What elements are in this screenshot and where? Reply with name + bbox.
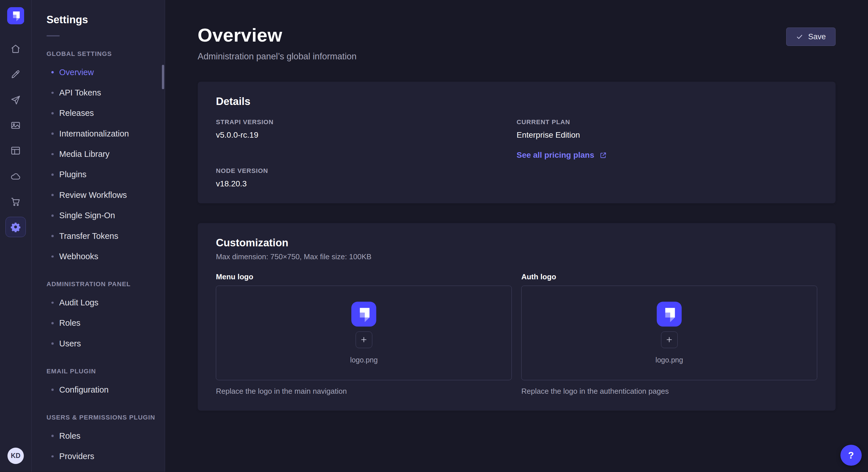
user-avatar[interactable]: KD: [7, 448, 24, 464]
pen-icon: [10, 69, 21, 80]
bullet-icon: [51, 194, 54, 196]
logo-grid: Menu logologo.pngReplace the logo in the…: [216, 272, 817, 396]
bullet-icon: [51, 214, 54, 217]
bullet-icon: [51, 112, 54, 114]
help-button[interactable]: ?: [840, 445, 861, 466]
logo-uploader-auth-logo: Auth logologo.pngReplace the logo in the…: [521, 272, 817, 396]
bullet-icon: [51, 92, 54, 94]
bullet-icon: [51, 435, 54, 437]
sidebar-item-label: Webhooks: [59, 252, 98, 261]
add-logo-button[interactable]: [355, 332, 372, 348]
sidebar-item-releases[interactable]: Releases: [32, 103, 165, 123]
rail-item-settings[interactable]: [5, 217, 26, 237]
save-button[interactable]: Save: [786, 28, 836, 46]
rail-item-home[interactable]: [5, 39, 26, 59]
rail-item-paper-plane[interactable]: [5, 90, 26, 110]
sidebar-item-internationalization[interactable]: Internationalization: [32, 124, 165, 144]
sidebar-section-list: OverviewAPI TokensReleasesInternationali…: [32, 62, 165, 267]
rail-item-pen[interactable]: [5, 64, 26, 85]
check-icon: [796, 33, 803, 40]
details-left-column: STRAPI VERSION v5.0.0-rc.19 NODE VERSION…: [216, 119, 516, 188]
sidebar-item-label: Users: [59, 339, 81, 348]
bullet-icon: [51, 456, 54, 458]
sidebar-item-roles[interactable]: Roles: [32, 426, 165, 446]
logo-filename: logo.png: [350, 356, 378, 364]
sidebar-item-webhooks[interactable]: Webhooks: [32, 246, 165, 267]
logo-filename: logo.png: [656, 356, 683, 364]
strapi-logo-icon: [351, 302, 376, 327]
field-value: Enterprise Edition: [517, 131, 817, 140]
bullet-icon: [51, 153, 54, 156]
sidebar-section-label: ADMINISTRATION PANEL: [32, 280, 165, 288]
sidebar-item-label: Media Library: [59, 149, 110, 159]
logo-hint: Replace the logo in the main navigation: [216, 387, 512, 396]
sidebar-item-label: Overview: [59, 68, 94, 77]
rail-item-cloud[interactable]: [5, 166, 26, 187]
page-header-text: Overview Administration panel’s global i…: [198, 24, 357, 62]
cart-icon: [10, 196, 21, 207]
rail-item-cart[interactable]: [5, 191, 26, 212]
sidebar-item-plugins[interactable]: Plugins: [32, 164, 165, 185]
customization-card-title: Customization: [216, 237, 817, 249]
sidebar-item-single-sign-on[interactable]: Single Sign-On: [32, 205, 165, 226]
sidebar-item-users[interactable]: Users: [32, 333, 165, 353]
details-grid: STRAPI VERSION v5.0.0-rc.19 NODE VERSION…: [216, 119, 817, 188]
save-button-label: Save: [808, 32, 826, 41]
sidebar-item-configuration[interactable]: Configuration: [32, 379, 165, 400]
node-version-field: NODE VERSION v18.20.3: [216, 167, 516, 188]
home-icon: [10, 43, 21, 55]
sidebar-item-label: Audit Logs: [59, 298, 98, 307]
logo-dropzone[interactable]: logo.png: [216, 285, 512, 380]
strapi-logo-icon: [7, 7, 24, 24]
sidebar-item-media-library[interactable]: Media Library: [32, 144, 165, 164]
sidebar-item-label: Single Sign-On: [59, 211, 115, 220]
sidebar-section-label: EMAIL PLUGIN: [32, 368, 165, 375]
sidebar-sections: GLOBAL SETTINGSOverviewAPI TokensRelease…: [32, 50, 165, 467]
add-logo-button[interactable]: [661, 332, 678, 348]
bullet-icon: [51, 322, 54, 324]
sidebar-item-transfer-tokens[interactable]: Transfer Tokens: [32, 226, 165, 246]
bullet-icon: [51, 173, 54, 176]
sidebar-item-review-workflows[interactable]: Review Workflows: [32, 185, 165, 205]
sidebar-item-providers[interactable]: Providers: [32, 446, 165, 467]
sidebar-item-label: Transfer Tokens: [59, 231, 118, 241]
strapi-logo-icon: [657, 302, 682, 327]
cloud-icon: [10, 171, 21, 182]
page-header: Overview Administration panel’s global i…: [198, 24, 836, 62]
sidebar-section-label: USERS & PERMISSIONS PLUGIN: [32, 414, 165, 421]
external-link-icon: [599, 151, 607, 159]
plus-icon: [360, 336, 368, 343]
current-plan-field: CURRENT PLAN Enterprise Edition: [517, 119, 817, 139]
sidebar-title-divider: [46, 35, 60, 36]
sidebar-section-list: RolesProviders: [32, 426, 165, 467]
rail-item-images[interactable]: [5, 115, 26, 135]
sidebar-item-overview[interactable]: Overview: [32, 62, 165, 82]
details-card-title: Details: [216, 96, 817, 107]
sidebar-item-audit-logs[interactable]: Audit Logs: [32, 293, 165, 313]
sidebar-section-label: GLOBAL SETTINGS: [32, 50, 165, 58]
sidebar-item-roles[interactable]: Roles: [32, 313, 165, 333]
field-label: STRAPI VERSION: [216, 119, 516, 126]
sidebar-item-label: Providers: [59, 452, 94, 461]
logo-uploader-menu-logo: Menu logologo.pngReplace the logo in the…: [216, 272, 512, 396]
bullet-icon: [51, 256, 54, 258]
sidebar-item-label: Internationalization: [59, 129, 129, 138]
customization-card: Customization Max dimension: 750×750, Ma…: [198, 223, 836, 411]
field-value: v5.0.0-rc.19: [216, 131, 516, 140]
logo-dropzone[interactable]: logo.png: [521, 285, 817, 380]
scrollbar-thumb[interactable]: [162, 65, 164, 89]
sidebar-item-label: Roles: [59, 431, 81, 441]
layout-icon: [10, 145, 21, 156]
pricing-plans-link[interactable]: See all pricing plans: [517, 150, 607, 160]
bullet-icon: [51, 71, 54, 73]
strapi-logo[interactable]: [7, 7, 24, 24]
sidebar-title: Settings: [32, 14, 165, 26]
sidebar-item-api-tokens[interactable]: API Tokens: [32, 82, 165, 103]
strapi-version-field: STRAPI VERSION v5.0.0-rc.19: [216, 119, 516, 139]
bullet-icon: [51, 389, 54, 391]
bullet-icon: [51, 342, 54, 345]
sidebar-item-label: Roles: [59, 318, 81, 328]
rail-item-layout[interactable]: [5, 140, 26, 161]
settings-sidebar: Settings GLOBAL SETTINGSOverviewAPI Toke…: [32, 0, 165, 472]
sidebar-item-label: Releases: [59, 108, 94, 118]
